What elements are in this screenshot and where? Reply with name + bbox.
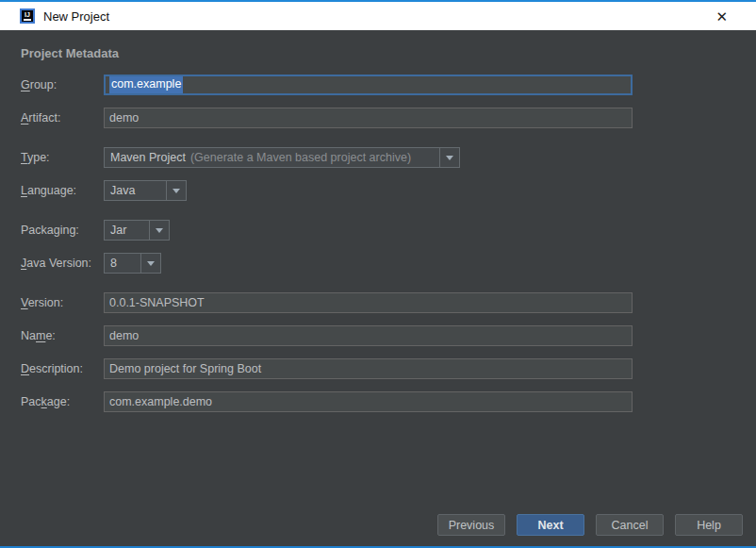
- label-text: anguage:: [27, 184, 76, 197]
- chevron-down-icon[interactable]: [166, 181, 186, 200]
- name-row: Name:: [21, 325, 735, 346]
- name-label: Name:: [21, 329, 104, 342]
- group-input[interactable]: com.example: [104, 75, 633, 95]
- mnemonic: L: [21, 184, 27, 197]
- java-version-selected-option: 8: [105, 254, 140, 273]
- combo-hint: (Generate a Maven based project archive): [190, 151, 411, 164]
- type-label: Type:: [21, 151, 104, 164]
- group-row: Group: com.example: [21, 75, 735, 95]
- artifact-input[interactable]: [104, 108, 633, 128]
- name-input[interactable]: [104, 325, 633, 346]
- titlebar[interactable]: IJ New Project ✕: [0, 2, 756, 30]
- chevron-down-icon[interactable]: [439, 148, 459, 167]
- group-label: Group:: [21, 78, 104, 91]
- packaging-selected-option: Jar: [105, 221, 149, 240]
- triangle-glyph: [446, 156, 453, 160]
- packaging-select[interactable]: Jar: [104, 220, 170, 241]
- label-text: rtifact:: [28, 111, 60, 125]
- artifact-row: Artifact:: [21, 108, 735, 128]
- type-selected-option: Maven Project(Generate a Maven based pro…: [105, 148, 439, 167]
- label-text: Packaging:: [21, 224, 79, 237]
- chevron-down-icon[interactable]: [149, 221, 169, 240]
- help-button[interactable]: Help: [675, 514, 743, 536]
- combo-value: 8: [110, 257, 117, 270]
- selected-text: com.example: [109, 76, 183, 93]
- label-text: e:: [45, 329, 55, 342]
- language-label: Language:: [21, 184, 104, 197]
- mnemonic: V: [21, 296, 28, 309]
- description-row: Description:: [21, 358, 735, 379]
- intellij-logo-underline: [24, 19, 31, 21]
- section-title: Project Metadata: [21, 46, 735, 60]
- version-row: Version:: [21, 292, 735, 313]
- combo-value: Java: [110, 184, 135, 197]
- intellij-logo-icon: IJ: [20, 8, 35, 24]
- label-text: ype:: [27, 151, 50, 164]
- chevron-down-icon[interactable]: [140, 254, 160, 273]
- packaging-row: Packaging: Jar: [21, 220, 735, 241]
- label-text: Pac: [21, 395, 41, 408]
- dialog-content: Project Metadata Group: com.example Arti…: [0, 30, 756, 546]
- close-icon[interactable]: ✕: [715, 9, 728, 24]
- mnemonic: m: [36, 329, 45, 342]
- new-project-dialog: IJ New Project ✕ Project Metadata Group:…: [0, 0, 756, 548]
- language-select[interactable]: Java: [104, 180, 187, 201]
- description-input[interactable]: [104, 358, 633, 379]
- version-label: Version:: [21, 296, 104, 309]
- combo-value: Maven Project: [110, 151, 186, 164]
- next-button[interactable]: Next: [517, 514, 584, 536]
- label-text: ersion:: [28, 296, 64, 309]
- label-text: roup:: [30, 78, 58, 91]
- package-row: Package:: [21, 391, 735, 412]
- triangle-glyph: [147, 261, 155, 266]
- triangle-glyph: [173, 189, 180, 193]
- packaging-label: Packaging:: [21, 224, 104, 237]
- label-text: age:: [47, 395, 70, 408]
- language-selected-option: Java: [105, 181, 166, 200]
- dialog-buttons: Previous Next Cancel Help: [437, 514, 743, 536]
- mnemonic: G: [21, 78, 30, 91]
- mnemonic: D: [21, 362, 29, 375]
- combo-value: Jar: [110, 224, 126, 237]
- java-version-row: Java Version: 8: [21, 253, 735, 274]
- previous-button[interactable]: Previous: [437, 514, 505, 536]
- package-input[interactable]: [104, 391, 633, 412]
- triangle-glyph: [156, 228, 163, 233]
- type-row: Type: Maven Project(Generate a Maven bas…: [21, 147, 735, 168]
- cancel-button[interactable]: Cancel: [596, 514, 664, 536]
- window-title: New Project: [43, 9, 109, 24]
- language-row: Language: Java: [21, 180, 735, 201]
- label-text: Na: [21, 329, 36, 342]
- label-text: escription:: [29, 362, 83, 375]
- package-label: Package:: [21, 395, 104, 408]
- type-select[interactable]: Maven Project(Generate a Maven based pro…: [104, 147, 460, 168]
- label-text: ava Version:: [26, 257, 91, 270]
- description-label: Description:: [21, 362, 104, 375]
- intellij-logo-text: IJ: [25, 12, 30, 18]
- artifact-label: Artifact:: [21, 111, 104, 125]
- version-input[interactable]: [104, 292, 633, 313]
- mnemonic: T: [21, 151, 27, 164]
- java-version-label: Java Version:: [21, 257, 104, 270]
- java-version-select[interactable]: 8: [104, 253, 161, 274]
